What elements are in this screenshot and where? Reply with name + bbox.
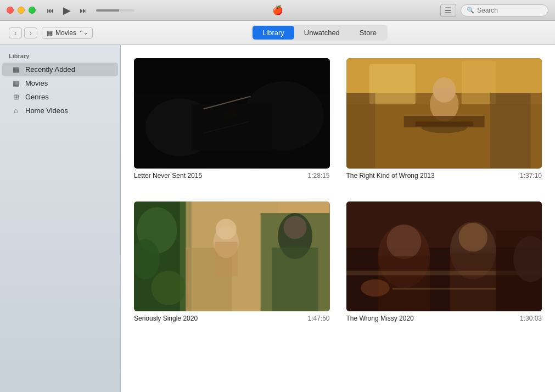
movie-card-1[interactable]: The Right Kind of Wrong 20131:37:10 bbox=[346, 58, 542, 180]
movie-duration-1: 1:37:10 bbox=[520, 172, 542, 180]
sidebar-item-movies-label: Movies bbox=[25, 79, 48, 87]
sidebar-section-label: Library bbox=[0, 51, 120, 63]
list-view-button[interactable]: ☰ bbox=[440, 4, 456, 17]
movie-title-1: The Right Kind of Wrong 2013 bbox=[346, 172, 435, 180]
movie-thumbnail-1 bbox=[346, 58, 542, 169]
source-label: Movies bbox=[55, 29, 76, 37]
sidebar-item-home-videos[interactable]: ⌂ Home Videos bbox=[2, 104, 118, 117]
movie-title-0: Letter Never Sent 2015 bbox=[134, 172, 202, 180]
minimize-button[interactable] bbox=[18, 7, 25, 14]
movie-thumbnail-2 bbox=[134, 201, 330, 312]
svg-rect-17 bbox=[490, 93, 530, 168]
svg-point-41 bbox=[458, 222, 487, 251]
svg-point-13 bbox=[433, 77, 456, 103]
movie-card-3[interactable]: The Wrong Missy 20201:30:03 bbox=[346, 201, 542, 323]
movie-card-2[interactable]: Seriously Single 20201:47:50 bbox=[134, 201, 330, 323]
svg-point-44 bbox=[361, 279, 389, 296]
svg-point-24 bbox=[151, 270, 186, 305]
forward-button[interactable]: › bbox=[24, 27, 37, 38]
titlebar-right-controls: ☰ 🔍 bbox=[440, 4, 548, 17]
play-button[interactable]: ▶ bbox=[61, 3, 73, 18]
movie-title-3: The Wrong Missy 2020 bbox=[346, 315, 414, 322]
search-input[interactable] bbox=[477, 7, 543, 14]
close-button[interactable] bbox=[7, 7, 14, 14]
home-videos-icon: ⌂ bbox=[11, 107, 21, 115]
sidebar-item-genres[interactable]: ⊞ Genres bbox=[2, 90, 118, 104]
content-area: Letter Never Sent 20151:28:15 The Right … bbox=[121, 45, 555, 392]
movies-icon: ▦ bbox=[11, 80, 21, 87]
sidebar-item-recently-added-label: Recently Added bbox=[25, 65, 75, 74]
movie-duration-0: 1:28:15 bbox=[307, 172, 329, 180]
sidebar: Library ▦ Recently Added ▦ Movies ⊞ Genr… bbox=[0, 45, 121, 392]
main-layout: Library ▦ Recently Added ▦ Movies ⊞ Genr… bbox=[0, 45, 555, 392]
source-selector[interactable]: ▦ Movies ⌃⌄ bbox=[42, 27, 93, 39]
sidebar-item-movies[interactable]: ▦ Movies bbox=[2, 76, 118, 90]
tabs-bar: Library Unwatched Store bbox=[251, 25, 388, 41]
movie-duration-2: 1:47:50 bbox=[307, 315, 329, 322]
movie-thumbnail-3 bbox=[346, 201, 542, 312]
genres-icon: ⊞ bbox=[11, 93, 21, 101]
titlebar: ⏮ ▶ ⏭ 🍎 ☰ 🔍 bbox=[0, 0, 555, 21]
tab-store[interactable]: Store bbox=[350, 26, 386, 40]
maximize-button[interactable] bbox=[29, 7, 36, 14]
svg-point-38 bbox=[386, 225, 421, 259]
svg-point-28 bbox=[216, 219, 237, 239]
rewind-button[interactable]: ⏮ bbox=[44, 5, 57, 16]
svg-rect-10 bbox=[369, 64, 415, 104]
movie-title-2: Seriously Single 2020 bbox=[134, 315, 198, 322]
tab-unwatched[interactable]: Unwatched bbox=[294, 26, 350, 40]
svg-rect-42 bbox=[450, 253, 496, 311]
sidebar-item-genres-label: Genres bbox=[25, 93, 49, 101]
toolbar: ‹ › ▦ Movies ⌃⌄ Library Unwatched Store bbox=[0, 21, 555, 45]
playback-controls: ⏮ ▶ ⏭ bbox=[44, 3, 134, 18]
movie-info-3: The Wrong Missy 20201:30:03 bbox=[346, 315, 542, 322]
movie-info-1: The Right Kind of Wrong 20131:37:10 bbox=[346, 172, 542, 180]
svg-point-32 bbox=[284, 216, 307, 239]
volume-slider[interactable] bbox=[96, 9, 134, 12]
svg-point-16 bbox=[421, 121, 467, 133]
navigation-buttons: ‹ › bbox=[9, 27, 37, 38]
svg-rect-33 bbox=[272, 248, 318, 311]
sidebar-item-recently-added[interactable]: ▦ Recently Added bbox=[2, 63, 118, 76]
svg-rect-47 bbox=[392, 288, 496, 289]
movie-thumbnail-0 bbox=[134, 58, 330, 169]
search-icon: 🔍 bbox=[467, 7, 474, 14]
back-button[interactable]: ‹ bbox=[9, 27, 22, 38]
traffic-lights bbox=[7, 7, 36, 14]
movie-info-2: Seriously Single 20201:47:50 bbox=[134, 315, 330, 322]
movies-grid: Letter Never Sent 20151:28:15 The Right … bbox=[134, 58, 542, 322]
svg-rect-29 bbox=[215, 242, 238, 276]
movie-card-0[interactable]: Letter Never Sent 20151:28:15 bbox=[134, 58, 330, 180]
recently-added-icon: ▦ bbox=[11, 66, 21, 74]
movie-info-0: Letter Never Sent 20151:28:15 bbox=[134, 172, 330, 180]
source-icon: ▦ bbox=[47, 29, 53, 37]
source-chevron-icon: ⌃⌄ bbox=[79, 30, 88, 36]
search-box[interactable]: 🔍 bbox=[461, 4, 548, 16]
fast-forward-button[interactable]: ⏭ bbox=[77, 5, 89, 16]
svg-rect-18 bbox=[346, 93, 375, 168]
movie-duration-3: 1:30:03 bbox=[520, 315, 542, 322]
sidebar-item-home-videos-label: Home Videos bbox=[25, 107, 68, 115]
tab-library[interactable]: Library bbox=[253, 26, 294, 40]
apple-logo: 🍎 bbox=[272, 5, 283, 15]
